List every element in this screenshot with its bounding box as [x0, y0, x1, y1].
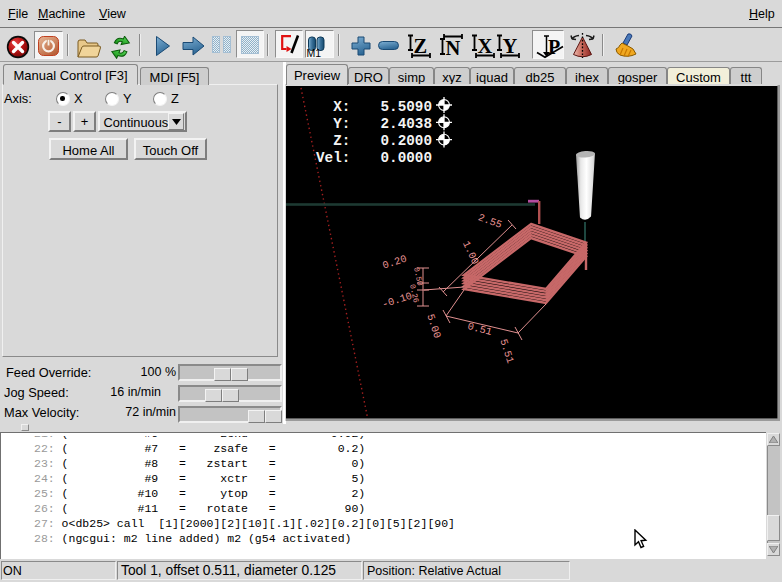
svg-text:N: N: [446, 37, 461, 58]
svg-text:P: P: [548, 36, 560, 58]
svg-text:M1: M1: [307, 47, 322, 59]
svg-text:2.4038: 2.4038: [381, 116, 432, 132]
svg-text:0.2000: 0.2000: [381, 133, 432, 149]
svg-text:X:: X:: [333, 99, 350, 115]
svg-text:Z: Z: [414, 35, 428, 57]
svg-text:Y: Y: [503, 35, 518, 57]
svg-text:Z:: Z:: [333, 133, 350, 149]
svg-text:Y:: Y:: [333, 116, 350, 132]
svg-text:Vel:: Vel:: [316, 150, 350, 166]
svg-text:X: X: [478, 35, 493, 57]
svg-text:5.5090: 5.5090: [381, 99, 432, 115]
svg-text:0.0000: 0.0000: [381, 150, 432, 166]
